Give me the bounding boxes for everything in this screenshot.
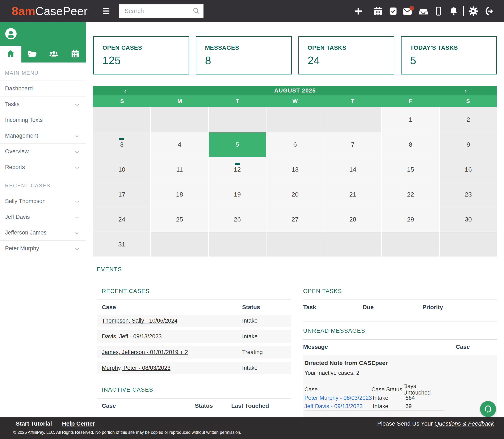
calendar-day[interactable]: 4 xyxy=(151,132,208,157)
calendar-day[interactable]: 24 xyxy=(93,207,150,232)
tab-cases[interactable] xyxy=(21,46,43,62)
settings-gear-icon[interactable] xyxy=(466,6,481,16)
calendar-prev-button[interactable]: ‹ xyxy=(121,86,129,96)
calendar-day[interactable]: 2 xyxy=(440,107,497,132)
stat-value: 8 xyxy=(205,54,291,67)
sidebar-case-sally-thompson[interactable]: Sally Thompson xyxy=(0,193,86,209)
avatar[interactable] xyxy=(5,28,17,40)
calendar-day[interactable]: 21 xyxy=(324,182,381,207)
calendar-day[interactable]: 1 xyxy=(382,107,439,132)
calendar-day[interactable]: 14 xyxy=(324,157,381,182)
tab-contacts[interactable] xyxy=(43,46,65,62)
calendar-header: ‹ AUGUST 2025 › xyxy=(93,86,497,96)
message-note-card[interactable]: Directed Note from CASEpeer Your inactiv… xyxy=(303,355,497,417)
app-logo[interactable]: 8amCasePeer xyxy=(12,4,88,18)
calendar-day[interactable]: 30 xyxy=(440,207,497,232)
calendar-day[interactable]: 5 xyxy=(209,132,266,157)
start-tutorial-link[interactable]: Start Tutorial xyxy=(16,420,52,427)
calendar-next-button[interactable]: › xyxy=(462,86,470,96)
search-box[interactable] xyxy=(119,4,204,18)
calendar-day[interactable]: 19 xyxy=(209,182,266,207)
calendar-day[interactable]: 12 xyxy=(209,157,266,182)
sidebar-item-overview[interactable]: Overview xyxy=(0,144,86,159)
day-number: 2 xyxy=(467,116,470,123)
stat-card-messages[interactable]: MESSAGES 8 xyxy=(196,36,292,74)
sidebar-item-incoming-texts[interactable]: Incoming Texts xyxy=(0,112,86,128)
stat-card-open-tasks[interactable]: OPEN TASKS 24 xyxy=(298,36,394,74)
calendar-day[interactable]: 8 xyxy=(382,132,439,157)
calendar-day xyxy=(93,107,150,132)
note-title: Directed Note from CASEpeer xyxy=(305,360,497,366)
menu-icon[interactable] xyxy=(103,8,109,14)
chevron-down-icon xyxy=(75,230,79,236)
calendar-day xyxy=(267,232,323,256)
calendar-day[interactable]: 18 xyxy=(151,182,208,207)
stat-value: 125 xyxy=(103,54,189,67)
calendar-day xyxy=(267,107,323,132)
calendar-day[interactable]: 9 xyxy=(440,132,497,157)
support-chat-button[interactable] xyxy=(480,401,496,417)
sidebar-case-jefferson-james[interactable]: Jefferson James xyxy=(0,225,86,240)
search-icon[interactable] xyxy=(192,7,200,15)
calendar-day[interactable]: 7 xyxy=(324,132,381,157)
chevron-down-icon xyxy=(75,101,79,108)
stat-label: MESSAGES xyxy=(205,45,291,51)
logout-icon[interactable] xyxy=(481,6,496,16)
calendar-day[interactable]: 25 xyxy=(151,207,208,232)
sidebar-item-dashboard[interactable]: Dashboard xyxy=(0,81,86,96)
intake-tray-icon[interactable] xyxy=(416,6,431,16)
feedback-link[interactable]: Questions & Feedback xyxy=(435,420,494,427)
add-icon[interactable] xyxy=(351,6,366,16)
sidebar-case-peter-murphy[interactable]: Peter Murphy xyxy=(0,240,86,256)
sidebar-case-jeff-davis[interactable]: Jeff Davis xyxy=(0,209,86,225)
calendar-day xyxy=(209,107,266,132)
tab-calendar[interactable] xyxy=(65,46,86,62)
calendar-day[interactable]: 16 xyxy=(440,157,497,182)
messages-mail-icon[interactable] xyxy=(401,6,416,16)
case-link[interactable]: Murphy, Peter - 08/03/2023 xyxy=(102,365,170,371)
calendar-day[interactable]: 31 xyxy=(93,232,150,256)
help-center-link[interactable]: Help Center xyxy=(62,420,95,427)
search-input[interactable] xyxy=(124,7,192,15)
calendar-day[interactable]: 17 xyxy=(93,182,150,207)
calendar-icon[interactable] xyxy=(370,6,386,16)
calendar-day[interactable]: 13 xyxy=(267,157,323,182)
sidebar-item-label: Jeff Davis xyxy=(5,214,30,220)
calendar-day[interactable]: 3 xyxy=(93,132,150,157)
case-link[interactable]: Thompson, Sally - 10/06/2024 xyxy=(102,317,178,324)
calendar-day[interactable]: 29 xyxy=(382,207,439,232)
column-header-status: Status xyxy=(195,402,231,409)
stat-card-open-cases[interactable]: OPEN CASES 125 xyxy=(93,36,189,74)
tab-home[interactable] xyxy=(0,46,21,62)
case-link[interactable]: Jeff Davis - 09/13/2023 xyxy=(305,403,363,409)
column-header-case: Case xyxy=(456,343,470,350)
calendar-day[interactable]: 28 xyxy=(324,207,381,232)
case-link[interactable]: Davis, Jeff - 09/13/2023 xyxy=(102,333,162,340)
phone-icon[interactable] xyxy=(431,6,446,16)
sidebar-item-tasks[interactable]: Tasks xyxy=(0,96,86,112)
notifications-bell-icon[interactable] xyxy=(446,6,461,16)
calendar-day[interactable]: 15 xyxy=(382,157,439,182)
case-link[interactable]: James, Jefferson - 01/01/2019 + 2 xyxy=(102,349,188,355)
calendar-day[interactable]: 23 xyxy=(440,182,497,207)
day-number: 25 xyxy=(176,216,183,223)
calendar-day[interactable]: 22 xyxy=(382,182,439,207)
day-number: 9 xyxy=(467,141,470,148)
calendar-day[interactable]: 27 xyxy=(267,207,323,232)
sidebar-item-reports[interactable]: Reports xyxy=(0,159,86,175)
table-row: Davis, Jeff - 09/13/2023 Intake xyxy=(97,330,291,343)
day-number: 21 xyxy=(349,191,356,198)
calendar-day[interactable]: 26 xyxy=(209,207,266,232)
calendar-day[interactable]: 10 xyxy=(93,157,150,182)
calendar: ‹ AUGUST 2025 › SMTWTFS 1234567891011121… xyxy=(93,86,497,256)
stat-card-todays-tasks[interactable]: TODAY'S TASKS 5 xyxy=(401,36,497,74)
calendar-day[interactable]: 11 xyxy=(151,157,208,182)
sidebar-item-management[interactable]: Management xyxy=(0,128,86,144)
tasks-check-icon[interactable] xyxy=(386,6,401,16)
calendar-day[interactable]: 20 xyxy=(267,182,323,207)
day-number: 16 xyxy=(465,166,472,173)
calendar-day[interactable]: 6 xyxy=(267,132,323,157)
left-column: RECENT CASES Case Status Thompson, Sally… xyxy=(97,288,291,417)
days-untouched: 664 xyxy=(405,395,415,401)
case-link[interactable]: Peter Murphy - 08/03/2023 xyxy=(305,395,372,401)
